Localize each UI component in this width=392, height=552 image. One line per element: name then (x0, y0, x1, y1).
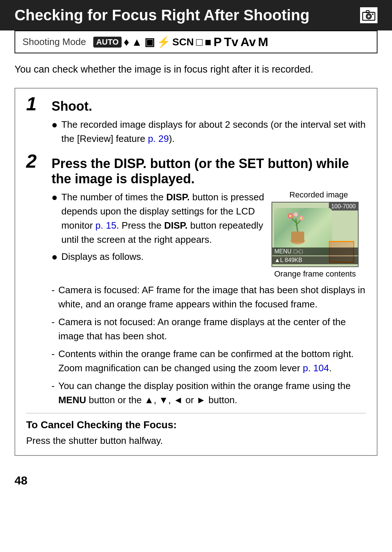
svg-point-12 (294, 212, 298, 217)
cancel-title: To Cancel Checking the Focus: (26, 419, 366, 431)
shooting-mode-label: Shooting Mode (23, 36, 86, 48)
bullet-dot-2: ● (52, 190, 58, 204)
svg-rect-3 (366, 11, 369, 13)
step2-columns: ● The number of times the DISP. button i… (52, 190, 366, 279)
mode-rect1: □ (196, 36, 203, 48)
mode-macro: ▣ (144, 36, 155, 48)
mode-portrait: ♦ (124, 36, 129, 48)
page-title: Checking for Focus Right After Shooting (15, 7, 310, 24)
recorded-image-label: Recorded image (271, 190, 366, 200)
intro-text: You can check whether the image is in fo… (0, 53, 392, 81)
mode-rect2: ■ (205, 36, 211, 48)
bullet-dot-1: ● (52, 118, 58, 132)
svg-rect-6 (291, 232, 304, 242)
step2-bullet2-text: Displays as follows. (61, 250, 144, 264)
main-content: 1 Shoot. ● The recorded image displays f… (15, 88, 377, 456)
step1-title: Shoot. (52, 96, 92, 114)
dash-4: - (52, 379, 55, 393)
preview-top-bar: 100-7000 (329, 203, 358, 210)
link-p29[interactable]: p. 29 (148, 133, 169, 144)
page-container: Checking for Focus Right After Shooting … (0, 0, 392, 552)
shooting-mode-icons: AUTO ♦ ▲ ▣ ⚡ SCN □ ■ P Tv Av M (93, 35, 268, 49)
dash-item-2: - Camera is not focused: An orange frame… (52, 315, 366, 343)
step1-row: 1 Shoot. (26, 96, 366, 114)
dash-text-2: Camera is not focused: An orange frame d… (58, 315, 366, 343)
camera-preview-container: ↓ 100-7000 (271, 202, 359, 279)
link-p104[interactable]: p. 104 (303, 363, 329, 373)
dash-text-3: Contents within the orange frame can be … (58, 347, 366, 375)
mode-scn: SCN (172, 36, 194, 48)
step2-bullet1: ● The number of times the DISP. button i… (52, 190, 264, 247)
step2-row: 2 Press the DISP. button (or the SET but… (26, 153, 366, 187)
cancel-section: To Cancel Checking the Focus: Press the … (26, 419, 366, 448)
mode-landscape: ▲ (131, 36, 142, 48)
dash-text-1: Camera is focused: AF frame for the imag… (58, 283, 366, 311)
dash-1: - (52, 283, 55, 297)
dash-text-4: You can change the display position with… (58, 379, 366, 407)
preview-flower (279, 212, 316, 248)
cancel-text: Press the shutter button halfway. (26, 434, 366, 448)
step2-number: 2 (26, 152, 44, 171)
camera-preview: 100-7000 (271, 202, 359, 267)
dash-item-3: - Contents within the orange frame can b… (52, 347, 366, 375)
mode-action: ⚡ (157, 36, 170, 48)
dash-3: - (52, 347, 55, 361)
step2-title: Press the DISP. button (or the SET butto… (52, 153, 366, 187)
step2-image-col: Recorded image ↓ 100-7000 (271, 190, 366, 279)
step2-text-col: ● The number of times the DISP. button i… (52, 190, 264, 267)
dash-2: - (52, 315, 55, 329)
step1-number: 1 (26, 94, 44, 113)
step2-bullet2: ● Displays as follows. (52, 250, 264, 264)
mode-p: P (213, 35, 222, 49)
page-number: 48 (0, 463, 392, 487)
bullet-dot-3: ● (52, 250, 58, 264)
preview-menu-bar: MENU□-□ (272, 248, 358, 255)
step1-content: ● The recorded image displays for about … (52, 118, 366, 146)
mode-auto: AUTO (93, 37, 122, 48)
mode-m: M (258, 35, 268, 49)
orange-frame-label: Orange frame contents (271, 269, 359, 279)
mode-tv: Tv (224, 35, 238, 49)
shooting-mode-bar: Shooting Mode AUTO ♦ ▲ ▣ ⚡ SCN □ ■ P Tv … (15, 30, 377, 53)
mode-av: Av (241, 35, 256, 49)
camera-icon (360, 7, 377, 23)
svg-point-2 (367, 15, 370, 18)
section-divider (26, 413, 366, 413)
step1-bullet1: ● The recorded image displays for about … (52, 118, 366, 146)
preview-bottom-bar: ▲L 849KB (272, 256, 358, 264)
page-header: Checking for Focus Right After Shooting (0, 0, 392, 30)
link-p15[interactable]: p. 15 (95, 220, 117, 231)
step2-bullet1-text: The number of times the DISP. button is … (61, 190, 264, 247)
step1-bullet1-text: The recorded image displays for about 2 … (61, 118, 366, 146)
dash-item-1: - Camera is focused: AF frame for the im… (52, 283, 366, 311)
svg-point-4 (372, 13, 373, 15)
step2-content: ● The number of times the DISP. button i… (52, 190, 366, 407)
svg-point-14 (300, 217, 302, 219)
dash-item-4: - You can change the display position wi… (52, 379, 366, 407)
svg-point-13 (289, 215, 291, 217)
